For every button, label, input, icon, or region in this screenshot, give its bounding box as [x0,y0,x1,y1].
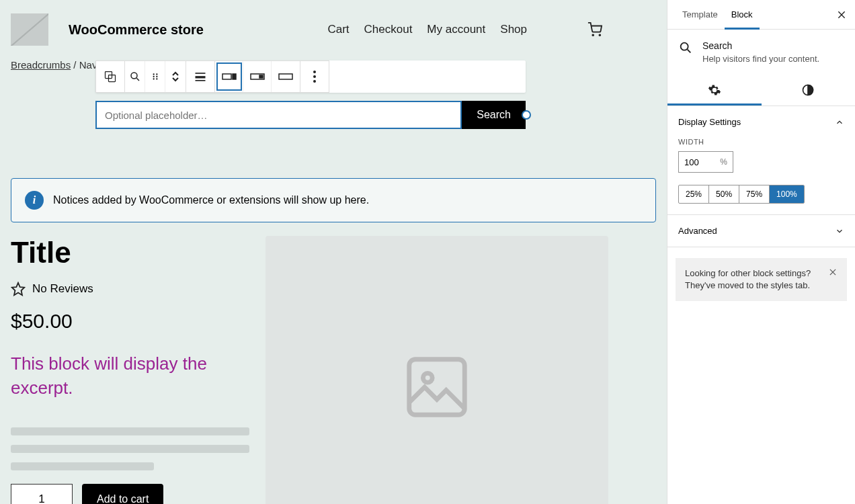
nav-checkout[interactable]: Checkout [364,23,413,36]
nav-shop[interactable]: Shop [500,23,527,36]
cart-icon[interactable] [587,22,602,37]
styles-tab[interactable] [762,75,856,106]
width-unit: % [720,157,727,167]
svg-point-5 [153,73,154,75]
breadcrumb-link[interactable]: Breadcrumbs [11,59,71,71]
product-image-placeholder[interactable] [266,236,608,504]
site-logo-placeholder[interactable] [11,13,48,46]
svg-point-25 [681,43,688,50]
quantity-input[interactable] [11,484,73,504]
button-outside-option[interactable] [215,61,243,92]
svg-point-4 [131,73,137,79]
width-input[interactable] [684,157,711,167]
block-type-description: Help visitors find your content. [702,54,819,64]
svg-point-8 [156,76,157,77]
block-toolbar [95,60,526,93]
block-type-name: Search [702,40,819,51]
svg-point-21 [313,80,316,83]
svg-point-10 [156,78,157,79]
search-icon [678,40,693,55]
svg-marker-22 [12,283,24,295]
width-presets: 25% 50% 75% 100% [678,185,805,204]
svg-rect-14 [222,74,231,79]
primary-nav: Cart Checkout My account Shop [327,23,527,36]
move-up-down[interactable] [165,61,186,92]
settings-tab[interactable] [667,75,762,106]
svg-rect-23 [409,360,465,415]
svg-point-7 [153,76,154,77]
search-button[interactable]: Search [462,101,526,129]
width-label: WIDTH [678,138,844,146]
gear-icon [708,83,721,97]
chevron-up-icon [835,118,844,127]
info-icon: i [25,191,44,210]
store-name[interactable]: WooCommerce store [69,22,204,38]
more-options-button[interactable] [300,61,329,92]
skeleton-line [11,445,249,453]
nav-account[interactable]: My account [427,23,485,36]
product-title[interactable]: Title [11,236,249,269]
settings-sidebar: Template Block Search Help visitors find… [667,0,855,504]
add-to-cart-button[interactable]: Add to cart [82,484,163,504]
search-block-icon[interactable] [125,61,145,92]
display-settings-panel[interactable]: Display Settings [667,106,855,138]
skeleton-line [11,427,249,435]
svg-rect-17 [259,75,263,78]
skeleton-line [11,462,154,470]
advanced-panel[interactable]: Advanced [667,215,855,247]
svg-rect-18 [279,74,292,79]
search-block: Search [95,101,526,129]
notice-text: Notices added by WooCommerce or extensio… [53,194,369,206]
svg-point-9 [153,78,154,79]
svg-rect-15 [233,74,236,79]
preset-50[interactable]: 50% [709,185,739,203]
button-inside-option[interactable] [243,61,272,92]
preset-25[interactable]: 25% [679,185,709,203]
svg-point-0 [592,34,594,36]
contrast-icon [801,83,815,97]
search-input[interactable] [95,101,462,129]
drag-handle-icon[interactable] [145,61,165,92]
product-reviews[interactable]: No Reviews [11,282,249,296]
parent-block-button[interactable] [96,61,124,92]
styles-tip: Looking for other block settings? They'v… [676,258,847,301]
preset-75[interactable]: 75% [739,185,770,203]
close-icon[interactable] [836,9,847,20]
svg-point-20 [313,75,316,78]
svg-point-1 [599,34,600,36]
close-icon[interactable] [828,267,838,277]
nav-cart[interactable]: Cart [327,23,349,36]
svg-point-6 [156,73,157,75]
product-excerpt[interactable]: This block will display the excerpt. [11,351,249,401]
preset-100[interactable]: 100% [770,185,804,203]
product-price[interactable]: $50.00 [11,310,249,333]
star-icon [11,282,26,296]
woocommerce-notice: i Notices added by WooCommerce or extens… [11,178,656,222]
svg-point-19 [313,71,316,73]
svg-rect-12 [196,76,206,78]
svg-rect-11 [196,73,206,74]
tab-template[interactable]: Template [676,0,725,30]
align-button[interactable] [186,61,214,92]
svg-point-24 [423,373,432,382]
svg-rect-13 [196,80,206,81]
tab-block[interactable]: Block [725,0,760,30]
chevron-down-icon [835,226,844,236]
no-button-option[interactable] [272,61,300,92]
resize-handle[interactable] [522,110,531,120]
